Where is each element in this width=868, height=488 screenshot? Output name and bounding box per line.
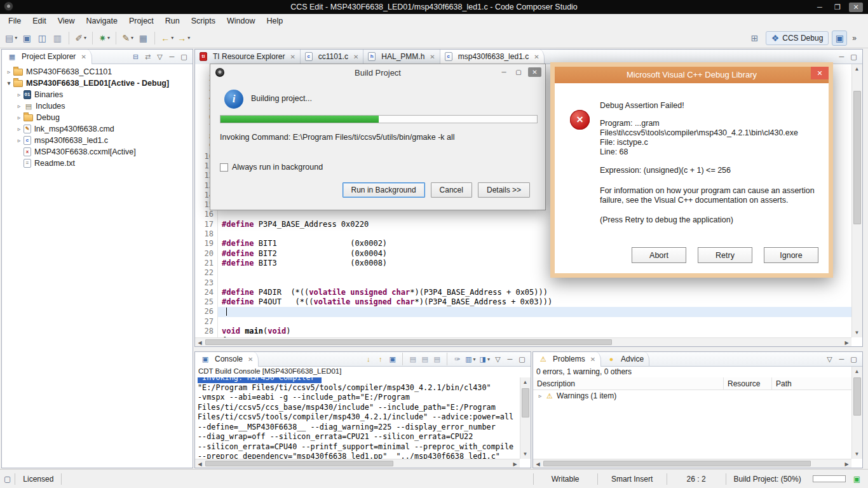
forward-icon[interactable]: →▾	[175, 30, 192, 46]
editor-horizontal-scrollbar[interactable]: ◀ ▶	[195, 337, 851, 346]
clear-console-icon[interactable]: ▤	[407, 353, 419, 365]
console-vertical-scrollbar[interactable]: ▲ ▼	[520, 377, 531, 459]
assert-dialog-titlebar[interactable]: Microsoft Visual C++ Debug Library ✕	[555, 67, 829, 83]
editor-tab-ti resource explorer[interactable]: tiTI Resource Explorer✕	[195, 50, 301, 64]
dialog-minimize-icon[interactable]: ─	[499, 69, 509, 76]
console-line-2[interactable]: "E:/Program Files/ti/ccsv5/tools/compile…	[198, 383, 520, 393]
dialog-close-icon[interactable]: ✕	[528, 67, 541, 77]
scroll-down-icon[interactable]: ▼	[852, 328, 862, 337]
tree-collapsed-arrow-icon[interactable]: ▹	[15, 126, 24, 132]
open-console-icon[interactable]: ◨▾	[478, 353, 492, 365]
console-line-9[interactable]: --preproc_dependency="msp430f6638_led1.p…	[198, 452, 520, 459]
console-hscroll-thumb[interactable]	[205, 461, 393, 466]
debug-icon[interactable]: ✷▾	[97, 30, 112, 46]
tree-item-msp430f6638_cc1101[interactable]: ▹MSP430F6638_CC1101	[2, 66, 193, 78]
progress-view-icon[interactable]: ▣	[850, 475, 864, 484]
pin-console-icon[interactable]: ✑	[451, 353, 463, 365]
menu-project[interactable]: Project	[123, 15, 159, 27]
menu-run[interactable]: Run	[159, 15, 186, 27]
close-console-icon[interactable]: ▤	[419, 353, 431, 365]
problems-vscroll-thumb[interactable]	[853, 377, 861, 416]
console-horizontal-scrollbar[interactable]: ◀ ▶	[195, 459, 520, 468]
menu-scripts[interactable]: Scripts	[186, 15, 221, 27]
problems-column-path[interactable]: Path	[772, 377, 853, 390]
tree-item-msp430f6638_led1.c[interactable]: ▹cmsp430f6638_led1.c	[2, 135, 193, 146]
back-icon[interactable]: ←▾	[159, 30, 175, 46]
scroll-down-icon[interactable]: ▼	[852, 449, 862, 459]
tree-collapsed-arrow-icon[interactable]: ▹	[15, 92, 24, 98]
menu-edit[interactable]: Edit	[27, 15, 52, 27]
save-all-icon[interactable]: ◫	[34, 30, 50, 46]
close-problems-tab-icon[interactable]: ✕	[590, 356, 595, 363]
tree-item-includes[interactable]: ▹▤Includes	[2, 100, 193, 112]
menu-navigate[interactable]: Navigate	[81, 15, 123, 27]
editor-tab-hal_pmm.h[interactable]: hHAL_PMM.h✕	[363, 50, 440, 64]
scroll-down-icon[interactable]: ▼	[520, 449, 530, 459]
console-minimize-icon[interactable]: ─	[504, 353, 516, 365]
menu-view[interactable]: View	[52, 15, 81, 27]
menu-file[interactable]: File	[3, 15, 27, 27]
tree-item-debug[interactable]: ▹Debug	[2, 112, 193, 123]
close-tab-icon[interactable]: ✕	[430, 53, 435, 60]
save-icon[interactable]: ▣	[19, 30, 34, 46]
console-line-8[interactable]: --silicon_errata=CPU40 --printf_support=…	[198, 442, 520, 452]
scroll-lock-up-icon[interactable]: ↑	[374, 353, 386, 365]
trim-tool-icon[interactable]: ▢	[0, 475, 15, 484]
console-vscroll-thumb[interactable]	[522, 388, 529, 417]
close-view-icon[interactable]: ✕	[81, 53, 86, 60]
editor-minimize-icon[interactable]: ─	[836, 50, 848, 63]
tab-problems[interactable]: ⚠ Problems ✕	[533, 352, 601, 367]
pexp-view-menu-icon[interactable]: ▽	[154, 50, 166, 63]
collapse-all-icon[interactable]: ⊟	[130, 50, 142, 63]
console-line-4[interactable]: Files/ti/ccsv5/ccs_base/msp430/include" …	[198, 403, 520, 413]
scroll-left-icon[interactable]: ◀	[195, 459, 205, 469]
assert-close-icon[interactable]: ✕	[811, 67, 829, 79]
pexp-minimize-icon[interactable]: ─	[166, 50, 178, 63]
tree-item-msp430f6638_led01[interactable]: ▾MSP430F6638_LED01 [Active - Debug]	[2, 78, 193, 89]
menu-window[interactable]: Window	[221, 15, 261, 27]
tree-collapsed-arrow-icon[interactable]: ▹	[4, 69, 13, 75]
ignore-button[interactable]: Ignore	[764, 247, 818, 263]
close-console-tab-icon[interactable]: ✕	[248, 356, 253, 363]
problems-column-description[interactable]: Description	[533, 377, 724, 390]
problems-hscroll-thumb[interactable]	[543, 461, 811, 466]
editor-tab-msp430f6638_led1.c[interactable]: cmsp430f6638_led1.c✕	[440, 50, 545, 64]
flash-tool-icon[interactable]: ✐▾	[73, 30, 88, 46]
abort-button[interactable]: Abort	[632, 247, 686, 263]
menu-help[interactable]: Help	[261, 15, 288, 27]
link-with-editor-icon[interactable]: ⇄	[142, 50, 154, 63]
tab-console[interactable]: ▣ Console ✕	[195, 352, 259, 367]
debug-perspective-icon[interactable]: ▣	[832, 30, 847, 46]
tab-advice[interactable]: ● Advice	[601, 352, 649, 367]
tree-item-binaries[interactable]: ▹01Binaries	[2, 89, 193, 100]
display-console-icon[interactable]: ▥▾	[463, 353, 477, 365]
console-output[interactable]: 'Invoking: MSP430 Compiler' "E:/Program …	[195, 377, 520, 459]
close-tab-icon[interactable]: ✕	[353, 53, 358, 60]
close-tab-icon[interactable]: ✕	[534, 53, 539, 60]
perspective-ccs-debug[interactable]: ❖ CCS Debug	[766, 31, 829, 45]
tree-item-readme.txt[interactable]: ≡Readme.txt	[2, 158, 193, 169]
code-line-24[interactable]: #define P4DIR (*((volatile unsigned char…	[218, 288, 851, 297]
code-line-27[interactable]	[218, 317, 851, 327]
tree-collapsed-arrow-icon[interactable]: ▹	[15, 114, 24, 121]
tree-collapsed-arrow-icon[interactable]: ▹	[15, 103, 24, 109]
tree-expanded-arrow-icon[interactable]: ▾	[4, 80, 13, 86]
problems-horizontal-scrollbar[interactable]: ◀ ▶	[533, 459, 851, 468]
editor-vertical-scrollbar[interactable]: ▲ ▼	[851, 64, 862, 337]
scroll-right-icon[interactable]: ▶	[842, 459, 851, 469]
window-restore-icon[interactable]: ❐	[831, 3, 844, 11]
console-maximize-icon[interactable]: ▢	[516, 353, 528, 365]
problems-view-menu-icon[interactable]: ▽	[824, 353, 836, 365]
retry-button[interactable]: Retry	[698, 247, 752, 263]
scroll-up-icon[interactable]: ▲	[852, 64, 862, 74]
problems-row-warnings[interactable]: ▹⚠Warnings (1 item)	[533, 390, 862, 402]
console-view-menu-icon[interactable]: ▽	[492, 353, 504, 365]
new-file-icon[interactable]: ▤▾	[3, 30, 19, 46]
close-tab-icon[interactable]: ✕	[290, 53, 295, 60]
run-in-background-button[interactable]: Run in Background	[342, 182, 425, 198]
dialog-maximize-icon[interactable]: ▢	[513, 69, 524, 76]
tab-project-explorer[interactable]: ▦ Project Explorer ✕	[2, 50, 92, 64]
window-close-icon[interactable]: ✕	[849, 3, 863, 12]
build-dialog-titlebar[interactable]: Build Project ─ ▢ ✕	[210, 64, 545, 81]
scroll-right-icon[interactable]: ▶	[510, 459, 520, 469]
